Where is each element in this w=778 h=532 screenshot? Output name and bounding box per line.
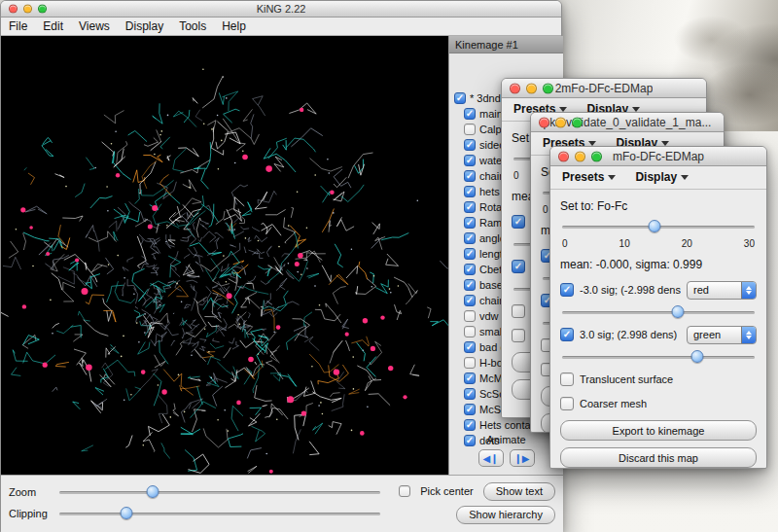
item-checkbox[interactable]	[464, 404, 476, 415]
close-button[interactable]	[510, 83, 520, 93]
pick-center-checkbox[interactable]	[399, 485, 410, 497]
high-contour-checkbox[interactable]	[560, 328, 574, 341]
item-checkbox[interactable]	[464, 124, 476, 135]
popup-arrows-icon	[741, 282, 756, 299]
item-checkbox[interactable]	[464, 372, 476, 384]
low-contour-checkbox[interactable]	[512, 215, 525, 229]
item-checkbox[interactable]	[464, 295, 476, 306]
item-label: * 3dnd	[470, 92, 501, 104]
zoom-slider-track[interactable]	[59, 491, 380, 494]
tick-label: 20	[682, 238, 692, 251]
item-checkbox[interactable]	[464, 232, 476, 244]
close-button[interactable]	[558, 151, 569, 161]
zoom-slider[interactable]	[59, 484, 380, 500]
coarser-mesh-label: Coarser mesh	[580, 398, 647, 409]
minimize-button[interactable]	[575, 151, 585, 161]
item-checkbox[interactable]	[464, 108, 476, 120]
mean-sigma-label: mean: -0.000, sigma: 0.999	[560, 258, 757, 271]
low-contour-checkbox[interactable]	[560, 283, 574, 297]
bottom-control-bar: Zoom Clipping Pick center Show text Show…	[1, 475, 563, 532]
level-slider[interactable]	[562, 219, 755, 234]
clipping-slider[interactable]	[59, 506, 380, 521]
window-title: KiNG 2.22	[257, 3, 306, 15]
menu-edit[interactable]: Edit	[43, 19, 63, 33]
edmap-pka-titlebar[interactable]: pka-validate_0_validate_1_ma...	[531, 113, 724, 132]
molecule-rendering	[1, 36, 448, 475]
menu-views[interactable]: Views	[79, 19, 110, 33]
high-contour-checkbox[interactable]	[512, 260, 525, 273]
minimize-button[interactable]	[23, 5, 32, 14]
item-checkbox[interactable]	[464, 217, 476, 229]
item-checkbox[interactable]	[464, 419, 476, 431]
item-label: hets	[479, 186, 500, 197]
king-main-window: KiNG 2.22 FileEditViewsDisplayToolsHelp …	[0, 0, 562, 532]
coarser-mesh-checkbox[interactable]	[560, 397, 574, 410]
chevron-down-icon	[681, 175, 689, 180]
close-button[interactable]	[539, 117, 549, 127]
item-checkbox[interactable]	[454, 92, 466, 104]
item-checkbox[interactable]	[464, 139, 476, 151]
menu-file[interactable]: File	[9, 19, 27, 33]
menu-tools[interactable]: Tools	[179, 19, 206, 33]
high-contour-slider[interactable]	[562, 349, 755, 365]
low-contour-slider[interactable]	[562, 304, 755, 320]
translucent-checkbox[interactable]	[560, 372, 574, 386]
clipping-label: Clipping	[9, 508, 59, 519]
high-contour-label: 3.0 sig; (2.998 dens)	[580, 329, 681, 340]
zoom-button[interactable]	[572, 117, 583, 127]
item-checkbox[interactable]	[464, 357, 476, 369]
edmap-mfo-titlebar[interactable]: mFo-DFc-EDMap	[550, 147, 766, 166]
molecule-canvas[interactable]	[1, 36, 448, 475]
window-title: mFo-DFc-EDMap	[613, 150, 704, 163]
clipping-slider-thumb[interactable]	[121, 507, 133, 519]
animate-controls: Animate ◀❙ ❙▶	[449, 434, 563, 467]
kinemage-panel-header[interactable]: Kinemage #1	[449, 36, 563, 53]
animate-label: Animate	[449, 434, 563, 445]
tick-label: 0	[543, 204, 548, 217]
item-checkbox[interactable]	[464, 201, 476, 213]
display-menu[interactable]: Display	[635, 170, 689, 184]
popup-arrows-icon	[741, 327, 756, 343]
clipping-slider-track[interactable]	[59, 513, 380, 515]
tick-label: 0	[513, 170, 519, 183]
edmap-window-mfo-dfc: mFo-DFc-EDMap Presets Display Set to: Fo…	[549, 146, 767, 469]
item-checkbox[interactable]	[464, 248, 476, 260]
show-text-button[interactable]: Show text	[483, 482, 555, 501]
item-checkbox[interactable]	[464, 155, 476, 166]
coarser-mesh-checkbox[interactable]	[512, 329, 525, 342]
zoom-button[interactable]	[591, 151, 602, 161]
king-titlebar[interactable]: KiNG 2.22	[1, 1, 561, 18]
item-checkbox[interactable]	[464, 170, 476, 182]
edmap-2mfo-titlebar[interactable]: 2mFo-DFc-EDMap	[502, 79, 706, 98]
item-checkbox[interactable]	[464, 279, 476, 291]
menu-help[interactable]: Help	[222, 19, 246, 33]
zoom-button[interactable]	[38, 5, 47, 14]
item-checkbox[interactable]	[464, 388, 476, 400]
translucent-label: Translucent surface	[580, 373, 673, 385]
zoom-button[interactable]	[543, 83, 553, 93]
animate-next-button[interactable]: ❙▶	[510, 449, 535, 467]
minimize-button[interactable]	[555, 117, 566, 127]
minimize-button[interactable]	[526, 83, 537, 93]
high-color-dropdown[interactable]: green	[687, 326, 757, 344]
close-button[interactable]	[9, 5, 18, 14]
zoom-slider-thumb[interactable]	[146, 485, 159, 498]
pick-center-label: Pick center	[420, 485, 473, 497]
presets-menu[interactable]: Presets	[562, 170, 616, 184]
translucent-checkbox[interactable]	[512, 304, 525, 318]
item-checkbox[interactable]	[464, 310, 476, 322]
show-hierarchy-button[interactable]: Show hierarchy	[456, 506, 555, 524]
discard-map-button[interactable]: Discard this map	[560, 447, 757, 468]
export-kinemage-button[interactable]: Export to kinemage	[560, 420, 757, 441]
item-checkbox[interactable]	[464, 326, 476, 337]
tick-label: 0	[562, 238, 568, 251]
kinemage-panel-title: Kinemage #1	[455, 39, 518, 51]
item-checkbox[interactable]	[464, 341, 476, 353]
window-controls	[9, 5, 47, 14]
low-color-dropdown[interactable]: red	[687, 281, 757, 300]
item-checkbox[interactable]	[464, 264, 476, 275]
item-checkbox[interactable]	[464, 186, 476, 197]
animate-prev-button[interactable]: ◀❙	[478, 449, 504, 467]
menu-display[interactable]: Display	[125, 19, 163, 33]
work-area: Kinemage #1 * 3dndmainchainCalphassidech…	[1, 36, 563, 475]
